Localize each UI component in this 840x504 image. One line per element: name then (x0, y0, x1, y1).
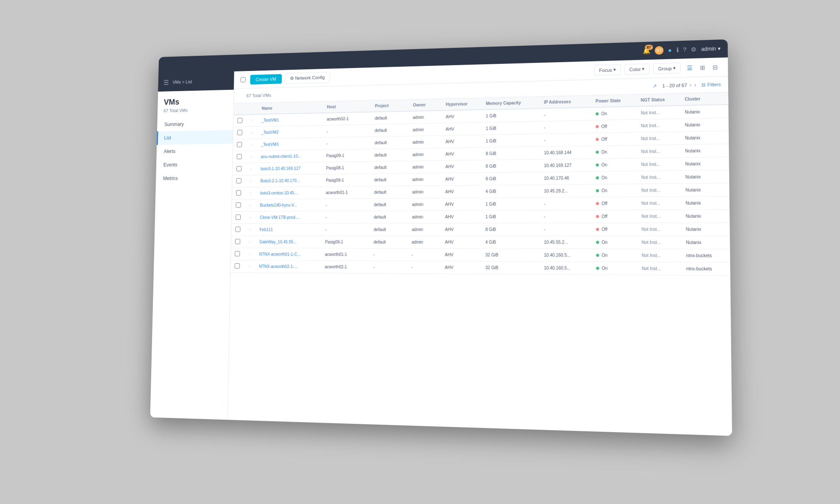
table-row[interactable]: ☆ NTNX-acworth02-1-... acworth02-1 - - A… (231, 260, 730, 276)
network-config-button[interactable]: ⚙ Network Config (285, 72, 330, 84)
row-star-cell[interactable]: ☆ (244, 236, 256, 248)
row-checkbox[interactable] (236, 215, 241, 220)
list-view-icon[interactable]: ☰ (684, 63, 696, 73)
notifications-icon[interactable]: 🔔 87 (643, 47, 650, 55)
star-icon[interactable]: ☆ (248, 228, 252, 232)
row-star-cell[interactable]: ☆ (245, 175, 257, 187)
col-power-header[interactable]: Power State (591, 94, 636, 108)
star-icon[interactable]: ☆ (249, 179, 253, 184)
user-circle-icon[interactable]: ● (668, 47, 672, 54)
row-checkbox-cell[interactable] (233, 139, 246, 151)
row-star-cell[interactable]: ☆ (244, 199, 256, 211)
export-button[interactable]: ↗ (653, 83, 657, 89)
hamburger-icon[interactable]: ☰ (163, 79, 169, 86)
row-checkbox-cell[interactable] (233, 163, 246, 175)
prev-page-button[interactable]: ‹ (690, 82, 691, 88)
star-icon[interactable]: ☆ (249, 191, 252, 196)
row-star-cell[interactable]: ☆ (246, 151, 257, 163)
star-icon[interactable]: ☆ (248, 240, 252, 244)
sidebar-item-summary[interactable]: Summary (157, 116, 233, 131)
row-checkbox[interactable] (235, 263, 240, 269)
row-star-cell[interactable]: ☆ (245, 163, 257, 175)
info-icon[interactable]: ℹ (676, 47, 678, 53)
row-checkbox[interactable] (237, 142, 242, 147)
row-power: On (591, 184, 637, 197)
star-icon[interactable]: ☆ (249, 155, 253, 159)
grid-view-icon[interactable]: ⊞ (697, 62, 708, 73)
row-checkbox-cell[interactable] (231, 211, 244, 223)
filters-button[interactable]: ⊟ Filters (701, 81, 721, 87)
row-checkbox[interactable] (235, 251, 240, 257)
table-row[interactable]: ☆ Clone-VM-1TB-prod-... - default admin … (231, 210, 730, 224)
star-icon[interactable]: ☆ (248, 252, 252, 257)
row-checkbox[interactable] (236, 166, 242, 171)
power-status-dot (596, 267, 599, 270)
star-icon[interactable]: ☆ (249, 203, 252, 208)
star-icon[interactable]: ☆ (248, 215, 252, 220)
create-vm-button[interactable]: Create VM (250, 74, 281, 84)
sidebar-item-list[interactable]: List (157, 130, 233, 145)
vm-table-wrapper[interactable]: Name Host Project Owner Hypervisor Memor… (228, 92, 732, 436)
col-ngt-header[interactable]: NGT Status (636, 94, 680, 107)
row-checkbox-cell[interactable] (233, 151, 246, 163)
row-checkbox[interactable] (237, 130, 242, 135)
row-ngt: Not Inst... (636, 119, 680, 133)
row-star-cell[interactable]: ☆ (244, 248, 255, 260)
table-row[interactable]: ☆ Buckets190-hycu-V... - default admin A… (232, 196, 730, 211)
col-project-header[interactable]: Project (371, 100, 409, 112)
row-checkbox[interactable] (235, 227, 240, 232)
col-name-header[interactable]: Name (258, 102, 323, 114)
row-memory: 4 GiB (481, 236, 540, 249)
row-checkbox[interactable] (235, 239, 240, 244)
row-star-cell[interactable]: ☆ (245, 187, 256, 199)
col-cluster-header[interactable]: Cluster (680, 92, 729, 105)
col-owner-header[interactable]: Owner (409, 99, 441, 111)
star-icon[interactable]: ☆ (249, 167, 253, 171)
row-ip: - (540, 108, 591, 121)
row-checkbox-cell[interactable] (231, 223, 244, 236)
row-star-cell[interactable]: ☆ (244, 223, 256, 236)
table-row[interactable]: ☆ GateWay_10.45.55... Pasig09-1 default … (231, 236, 730, 249)
col-memory-header[interactable]: Memory Capacity (482, 97, 540, 110)
star-icon[interactable]: ☆ (250, 131, 254, 135)
row-checkbox-cell[interactable] (231, 260, 244, 272)
tile-view-icon[interactable]: ⊟ (710, 62, 721, 72)
row-star-cell[interactable]: ☆ (244, 260, 255, 273)
row-checkbox[interactable] (236, 190, 241, 196)
row-checkbox-cell[interactable] (232, 175, 245, 187)
row-star-cell[interactable]: ☆ (244, 211, 256, 223)
focus-button[interactable]: Focus ▾ (594, 64, 621, 76)
row-checkbox[interactable] (236, 202, 241, 208)
row-owner: admin (408, 223, 441, 236)
row-checkbox-cell[interactable] (231, 248, 244, 260)
row-checkbox-cell[interactable] (231, 236, 244, 248)
col-host-header[interactable]: Host (323, 100, 371, 113)
sidebar-item-events[interactable]: Events (156, 158, 233, 172)
question-icon[interactable]: ? (683, 46, 686, 53)
row-checkbox-cell[interactable] (233, 127, 246, 139)
user-menu[interactable]: admin ▾ (701, 46, 721, 52)
next-page-button[interactable]: › (694, 82, 696, 88)
row-star-cell[interactable]: ☆ (246, 126, 257, 139)
group-button[interactable]: Group ▾ (653, 63, 680, 74)
sidebar-item-metrics[interactable]: Metrics (156, 171, 232, 185)
row-star-cell[interactable]: ☆ (246, 139, 257, 151)
star-icon[interactable]: ☆ (250, 142, 254, 147)
row-checkbox-cell[interactable] (234, 115, 247, 127)
row-checkbox-cell[interactable] (232, 200, 245, 212)
row-checkbox[interactable] (236, 178, 241, 184)
table-row[interactable]: ☆ Feb111 - default admin AHV 8 GiB - Off… (231, 223, 730, 236)
row-checkbox[interactable] (237, 154, 242, 160)
row-star-cell[interactable]: ☆ (246, 114, 257, 127)
settings-gear-icon[interactable]: ⚙ (691, 46, 697, 53)
star-icon[interactable]: ☆ (250, 118, 254, 123)
sidebar-item-alerts[interactable]: Alerts (156, 144, 233, 158)
col-hypervisor-header[interactable]: Hypervisor (441, 98, 481, 110)
select-all-checkbox[interactable] (241, 77, 246, 82)
row-checkbox-cell[interactable] (232, 187, 245, 200)
col-ip-header[interactable]: IP Addresses (540, 95, 591, 108)
help-circle-icon[interactable]: 87 (655, 46, 664, 55)
row-checkbox[interactable] (237, 118, 242, 123)
color-button[interactable]: Color ▾ (625, 63, 650, 75)
star-icon[interactable]: ☆ (247, 264, 251, 269)
